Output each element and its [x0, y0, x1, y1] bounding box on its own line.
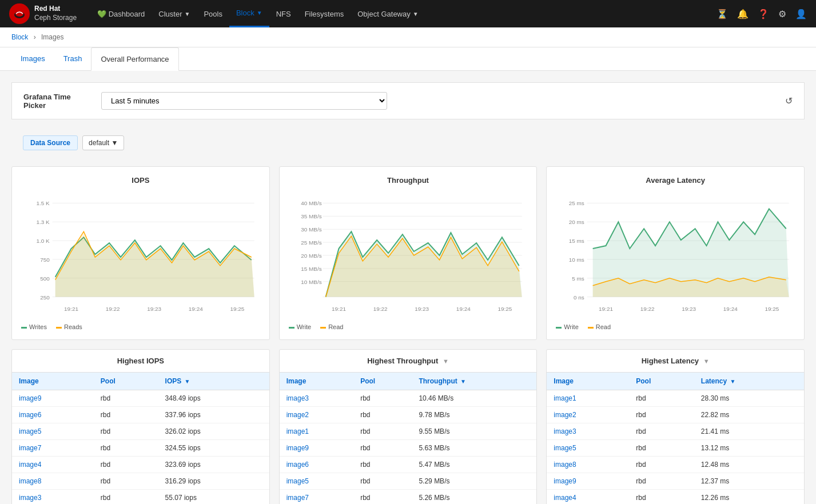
highest-latency-table: Image Pool Latency ▼ image1rbd28.30 msim…: [547, 373, 804, 504]
table-cell: image4: [547, 490, 629, 505]
refresh-icon[interactable]: ↺: [785, 95, 793, 106]
latency-chart-card: Average Latency 25 ms 20 ms 15 ms 10 ms …: [546, 166, 805, 340]
nav-item-cluster[interactable]: Cluster ▼: [152, 0, 197, 27]
tab-trash[interactable]: Trash: [54, 47, 91, 71]
highest-throughput-table-card: Highest Throughput ▼ Image Pool Throughp…: [279, 349, 538, 504]
time-picker-row: Grafana Time Picker Last 5 minutes Last …: [11, 82, 805, 119]
table-cell: 9.78 MB/s: [412, 407, 536, 423]
table-cell: 10.46 MB/s: [412, 390, 536, 407]
lat-col-latency[interactable]: Latency ▼: [694, 373, 804, 390]
table-cell: image3: [547, 423, 629, 440]
throughput-chart-card: Throughput 40 MB/s 35 MB/s 30 MB/s 25 MB…: [279, 166, 538, 340]
svg-text:19:23: 19:23: [682, 306, 696, 312]
tasks-icon[interactable]: ⏳: [717, 9, 728, 19]
nav-item-nfs[interactable]: NFS: [269, 0, 298, 27]
nav-item-filesystems[interactable]: Filesystems: [298, 0, 351, 27]
table-cell: 12.48 ms: [694, 457, 804, 473]
throughput-chart-title: Throughput: [289, 176, 528, 185]
table-cell: rbd: [629, 490, 694, 505]
topbar: Red Hat Ceph Storage 💚 Dashboard Cluster…: [0, 0, 816, 27]
tab-overall-performance[interactable]: Overall Performance: [91, 47, 178, 71]
tp-col-pool[interactable]: Pool: [353, 373, 412, 390]
table-cell: rbd: [629, 390, 694, 407]
table-cell: rbd: [94, 440, 158, 457]
iops-col-iops[interactable]: IOPS ▼: [158, 373, 269, 390]
svg-text:1.5 K: 1.5 K: [37, 200, 50, 206]
nav-item-object-gateway[interactable]: Object Gateway ▼: [351, 0, 425, 27]
svg-text:19:24: 19:24: [723, 306, 738, 312]
table-cell: rbd: [94, 473, 158, 490]
latency-legend: Write Read: [556, 323, 795, 330]
breadcrumb-block[interactable]: Block: [11, 33, 28, 41]
table-cell: image5: [547, 440, 629, 457]
bell-icon[interactable]: 🔔: [737, 9, 749, 19]
table-cell: rbd: [94, 490, 158, 505]
table-cell: image2: [547, 407, 629, 423]
table-cell: image9: [12, 390, 94, 407]
table-cell: rbd: [353, 407, 412, 423]
table-cell: 9.55 MB/s: [412, 423, 536, 440]
table-row: image5rbd5.29 MB/s: [280, 473, 537, 490]
table-cell: image7: [12, 440, 94, 457]
svg-text:40 MB/s: 40 MB/s: [301, 200, 321, 206]
tp-col-image[interactable]: Image: [280, 373, 354, 390]
latency-chart-title: Average Latency: [556, 176, 795, 185]
svg-text:10 MB/s: 10 MB/s: [301, 279, 321, 285]
table-row: image1rbd28.30 ms: [547, 390, 804, 407]
brand-redhat: Red Hat: [34, 5, 77, 14]
table-row: image3rbd55.07 iops: [12, 490, 269, 505]
tab-images[interactable]: Images: [11, 47, 54, 71]
highest-latency-scroll[interactable]: Image Pool Latency ▼ image1rbd28.30 msim…: [547, 373, 804, 504]
table-cell: rbd: [353, 423, 412, 440]
iops-col-pool[interactable]: Pool: [94, 373, 158, 390]
table-cell: 5.47 MB/s: [412, 457, 536, 473]
table-row: image8rbd12.48 ms: [547, 457, 804, 473]
highest-iops-scroll[interactable]: Image Pool IOPS ▼ image9rbd348.49 iopsim…: [12, 373, 269, 504]
svg-text:15 MB/s: 15 MB/s: [301, 266, 321, 272]
nav-item-dashboard[interactable]: 💚 Dashboard: [90, 0, 152, 27]
cluster-dropdown-icon: ▼: [184, 11, 190, 17]
table-cell: image6: [280, 457, 354, 473]
settings-icon[interactable]: ⚙: [778, 9, 786, 19]
table-cell: rbd: [353, 457, 412, 473]
table-cell: rbd: [353, 490, 412, 505]
datasource-select[interactable]: default ▼: [82, 135, 124, 150]
highest-throughput-scroll[interactable]: Image Pool Throughput ▼ image3rbd10.46 M…: [280, 373, 537, 504]
table-cell: image6: [12, 407, 94, 423]
svg-text:19:25: 19:25: [765, 306, 779, 312]
table-cell: 12.37 ms: [694, 473, 804, 490]
redhat-logo-icon: [9, 3, 30, 24]
time-picker-select[interactable]: Last 5 minutes Last 15 minutes Last 30 m…: [101, 92, 387, 110]
throughput-chart-svg: 40 MB/s 35 MB/s 30 MB/s 25 MB/s 20 MB/s …: [289, 191, 528, 317]
brand: Red Hat Ceph Storage: [9, 3, 77, 24]
table-cell: 323.69 iops: [158, 457, 269, 473]
svg-text:750: 750: [40, 257, 50, 263]
highest-latency-table-card: Highest Latency ▼ Image Pool Latency ▼ i…: [546, 349, 805, 504]
nav-item-block[interactable]: Block ▼: [229, 0, 269, 27]
svg-text:5 ms: 5 ms: [572, 275, 585, 282]
table-row: image4rbd323.69 iops: [12, 457, 269, 473]
table-cell: image1: [280, 423, 354, 440]
svg-text:35 MB/s: 35 MB/s: [301, 213, 321, 219]
table-row: image7rbd5.26 MB/s: [280, 490, 537, 505]
breadcrumb-images: Images: [41, 33, 63, 41]
table-cell: image2: [280, 407, 354, 423]
table-cell: 326.02 iops: [158, 423, 269, 440]
brand-ceph: Ceph Storage: [34, 14, 77, 23]
svg-text:500: 500: [40, 275, 50, 282]
svg-text:19:23: 19:23: [415, 306, 429, 312]
dashboard-icon: 💚: [97, 10, 106, 18]
svg-text:19:21: 19:21: [64, 306, 78, 312]
help-icon[interactable]: ❓: [758, 9, 769, 19]
table-cell: 21.41 ms: [694, 423, 804, 440]
tp-col-throughput[interactable]: Throughput ▼: [412, 373, 536, 390]
nav-item-pools[interactable]: Pools: [197, 0, 229, 27]
table-cell: rbd: [353, 440, 412, 457]
table-row: image2rbd9.78 MB/s: [280, 407, 537, 423]
iops-col-image[interactable]: Image: [12, 373, 94, 390]
user-icon[interactable]: 👤: [795, 9, 807, 19]
lat-col-image[interactable]: Image: [547, 373, 629, 390]
svg-text:20 MB/s: 20 MB/s: [301, 253, 321, 259]
table-cell: 348.49 iops: [158, 390, 269, 407]
lat-col-pool[interactable]: Pool: [629, 373, 694, 390]
